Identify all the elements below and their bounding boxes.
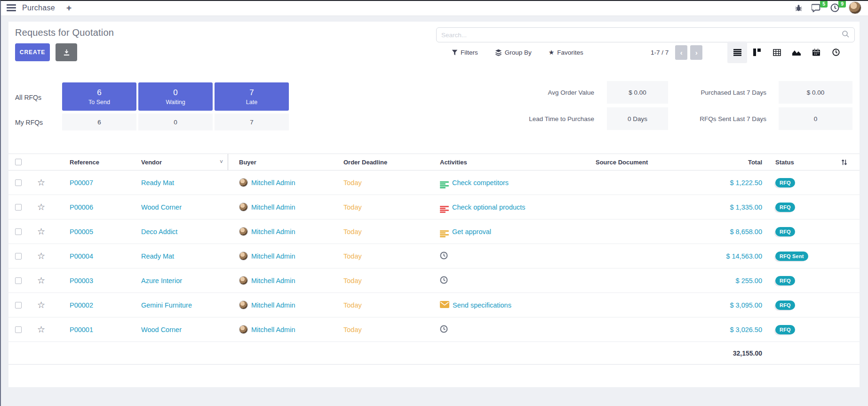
view-graph-button[interactable]: [787, 41, 806, 63]
my-rfq-late[interactable]: 7: [215, 114, 289, 130]
rfq-card-waiting[interactable]: 0Waiting: [138, 82, 213, 111]
buyer-avatar: [239, 252, 248, 260]
activity-list-icon[interactable]: [440, 206, 449, 213]
order-deadline-value: Today: [343, 277, 362, 284]
search-box[interactable]: [436, 27, 855, 42]
reference-link[interactable]: P00007: [70, 179, 93, 187]
favorite-star-icon[interactable]: ☆: [37, 252, 45, 260]
search-icon[interactable]: [842, 30, 850, 40]
vendor-link[interactable]: Wood Corner: [141, 326, 182, 333]
buyer-avatar: [239, 178, 248, 187]
table-row[interactable]: ☆ P00004 Ready Mat Mitchell Admin Today …: [8, 244, 860, 268]
select-all-checkbox[interactable]: [15, 159, 22, 165]
reference-link[interactable]: P00006: [70, 203, 93, 211]
view-calendar-button[interactable]: [806, 41, 826, 63]
favorite-star-icon[interactable]: ☆: [37, 325, 45, 334]
buyer-link[interactable]: Mitchell Admin: [251, 326, 295, 333]
favorites-button[interactable]: ★ Favorites: [549, 49, 583, 56]
table-row[interactable]: ☆ P00001 Wood Corner Mitchell Admin Toda…: [8, 317, 860, 342]
table-row[interactable]: ☆ P00005 Deco Addict Mitchell Admin Toda…: [8, 219, 860, 244]
activity-list-icon[interactable]: [440, 230, 449, 237]
my-rfq-waiting[interactable]: 0: [138, 114, 213, 130]
user-avatar[interactable]: [849, 1, 861, 14]
my-rfq-to-send[interactable]: 6: [62, 114, 136, 130]
column-header-vendor[interactable]: Vendor˅: [136, 154, 228, 170]
pager-prev-button[interactable]: ‹: [675, 45, 687, 60]
reference-link[interactable]: P00003: [70, 277, 93, 284]
table-row[interactable]: ☆ P00003 Azure Interior Mitchell Admin T…: [8, 268, 860, 293]
activity-clock-icon[interactable]: [440, 252, 448, 260]
favorite-star-icon[interactable]: ☆: [37, 276, 45, 285]
app-name[interactable]: Purchase: [22, 4, 55, 12]
activity-label[interactable]: Check competitors: [452, 179, 509, 187]
column-header-total[interactable]: Total: [709, 154, 775, 170]
favorite-star-icon[interactable]: ☆: [37, 178, 45, 187]
reference-link[interactable]: P00002: [70, 301, 93, 309]
buyer-link[interactable]: Mitchell Admin: [251, 277, 295, 284]
vendor-link[interactable]: Azure Interior: [141, 277, 182, 284]
activity-clock-icon[interactable]: [440, 276, 448, 284]
activity-list-icon[interactable]: [440, 181, 449, 188]
all-rfqs-label: All RFQs: [15, 94, 41, 101]
row-checkbox[interactable]: [15, 228, 22, 235]
pager-next-button[interactable]: ›: [690, 45, 702, 60]
group-by-button[interactable]: Group By: [495, 49, 532, 56]
table-row[interactable]: ☆ P00006 Wood Corner Mitchell Admin Toda…: [8, 195, 860, 219]
rfq-card-to-send[interactable]: 6To Send: [62, 82, 136, 111]
buyer-link[interactable]: Mitchell Admin: [251, 179, 295, 187]
activity-clock-icon[interactable]: [440, 325, 448, 333]
activity-envelope-icon[interactable]: [440, 301, 449, 308]
row-checkbox[interactable]: [15, 253, 22, 260]
activity-label[interactable]: Get approval: [452, 228, 491, 235]
reference-link[interactable]: P00005: [70, 228, 93, 235]
vendor-link[interactable]: Wood Corner: [141, 203, 182, 211]
view-activity-button[interactable]: [826, 41, 846, 63]
buyer-link[interactable]: Mitchell Admin: [251, 228, 295, 235]
create-button[interactable]: CREATE: [15, 43, 50, 61]
messages-icon[interactable]: 5: [812, 4, 821, 12]
toggle-columns-button[interactable]: [818, 154, 860, 170]
bug-icon[interactable]: [795, 4, 802, 12]
reference-link[interactable]: P00004: [70, 252, 93, 260]
rfq-card-late[interactable]: 7Late: [215, 82, 289, 111]
row-checkbox[interactable]: [15, 179, 22, 186]
view-list-button[interactable]: [727, 41, 747, 63]
row-checkbox[interactable]: [15, 326, 22, 333]
row-checkbox[interactable]: [15, 302, 22, 309]
favorite-star-icon[interactable]: ☆: [37, 203, 45, 211]
buyer-link[interactable]: Mitchell Admin: [251, 301, 295, 309]
table-row[interactable]: ☆ P00007 Ready Mat Mitchell Admin Today …: [8, 171, 860, 195]
activities-icon[interactable]: 9: [830, 3, 839, 12]
chevron-right-icon: ›: [695, 49, 698, 57]
column-header-activities[interactable]: Activities: [438, 154, 596, 170]
favorite-star-icon[interactable]: ☆: [37, 300, 45, 309]
column-header-reference[interactable]: Reference: [54, 154, 136, 170]
vendor-link[interactable]: Deco Addict: [141, 228, 177, 235]
vendor-link[interactable]: Gemini Furniture: [141, 301, 192, 309]
column-header-source-document[interactable]: Source Document: [596, 154, 709, 170]
filters-button[interactable]: Filters: [452, 49, 478, 56]
activities-badge: 9: [838, 0, 846, 8]
reference-link[interactable]: P00001: [70, 326, 93, 333]
buyer-avatar: [239, 203, 248, 211]
status-badge: RFQ: [775, 203, 795, 212]
favorite-star-icon[interactable]: ☆: [37, 227, 45, 236]
column-header-status[interactable]: Status: [775, 154, 818, 170]
view-kanban-button[interactable]: [747, 41, 767, 63]
buyer-link[interactable]: Mitchell Admin: [251, 203, 295, 211]
table-row[interactable]: ☆ P00002 Gemini Furniture Mitchell Admin…: [8, 293, 860, 317]
search-input[interactable]: [441, 32, 842, 39]
buyer-link[interactable]: Mitchell Admin: [251, 252, 295, 260]
new-tab-button[interactable]: +: [66, 3, 72, 12]
column-header-order-deadline[interactable]: Order Deadline: [341, 154, 438, 170]
activity-label[interactable]: Check optional products: [452, 203, 526, 211]
vendor-link[interactable]: Ready Mat: [141, 252, 174, 260]
activity-label[interactable]: Send specifications: [453, 301, 511, 309]
apps-menu-icon[interactable]: [7, 4, 16, 11]
column-header-buyer[interactable]: Buyer: [228, 154, 341, 170]
row-checkbox[interactable]: [15, 277, 22, 284]
row-checkbox[interactable]: [15, 204, 22, 211]
export-button[interactable]: [56, 43, 77, 61]
view-pivot-button[interactable]: [767, 41, 787, 63]
vendor-link[interactable]: Ready Mat: [141, 179, 174, 187]
